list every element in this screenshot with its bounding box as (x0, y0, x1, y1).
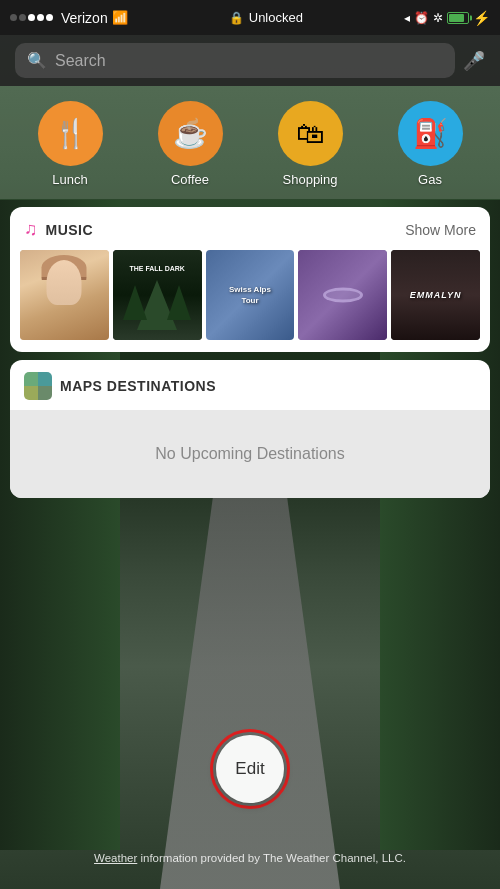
shopping-icon: 🛍 (296, 117, 324, 150)
carrier-label: Verizon (61, 10, 108, 26)
signal-dot-5 (46, 14, 53, 21)
alarm-icon: ⏰ (414, 11, 429, 25)
coffee-circle: ☕ (158, 101, 223, 166)
edit-button-label: Edit (235, 759, 264, 779)
coffee-label: Coffee (171, 172, 209, 187)
shopping-circle: 🛍 (278, 101, 343, 166)
status-bar: Verizon 📶 🔒 Unlocked ◂ ⏰ ✲ ⚡ (0, 0, 500, 35)
gas-label: Gas (418, 172, 442, 187)
maps-icon-q4 (38, 386, 52, 400)
album-cover-5[interactable]: EMMALYN (391, 250, 480, 340)
lunch-icon: 🍴 (53, 117, 88, 150)
lunch-label: Lunch (52, 172, 87, 187)
gas-circle: ⛽ (398, 101, 463, 166)
music-card-header: ♫ MUSIC Show More (10, 207, 490, 250)
gas-icon: ⛽ (413, 117, 448, 150)
coffee-icon: ☕ (173, 117, 208, 150)
maps-card-header: MAPS DESTINATIONS (10, 360, 490, 410)
maps-app-icon (24, 372, 52, 400)
album-cover-3[interactable]: Swiss AlpsTour (206, 250, 295, 340)
status-center: 🔒 Unlocked (229, 10, 303, 25)
bluetooth-icon: ✲ (433, 11, 443, 25)
album-cover-1[interactable] (20, 250, 109, 340)
album-cover-4[interactable] (298, 250, 387, 340)
location-icon: ◂ (404, 11, 410, 25)
lunch-circle: 🍴 (38, 101, 103, 166)
locked-label: Unlocked (249, 10, 303, 25)
maps-card: MAPS DESTINATIONS No Upcoming Destinatio… (10, 360, 490, 498)
music-albums-row: THE FALL DARK Swiss AlpsTour (10, 250, 490, 352)
signal-dot-2 (19, 14, 26, 21)
microphone-icon[interactable]: 🎤 (463, 50, 485, 72)
edit-area: Edit (210, 729, 290, 809)
album-cover-2[interactable]: THE FALL DARK (113, 250, 202, 340)
footer-attribution: Weather information provided by The Weat… (0, 852, 500, 864)
action-coffee[interactable]: ☕ Coffee (158, 101, 223, 187)
search-bar[interactable]: 🔍 Search 🎤 (0, 35, 500, 86)
music-section-title: MUSIC (46, 222, 94, 238)
show-more-button[interactable]: Show More (405, 222, 476, 238)
music-card: ♫ MUSIC Show More THE FALL DARK (10, 207, 490, 352)
signal-dot-1 (10, 14, 17, 21)
action-lunch[interactable]: 🍴 Lunch (38, 101, 103, 187)
signal-dot-3 (28, 14, 35, 21)
battery-indicator (447, 12, 469, 24)
maps-icon-q3 (24, 386, 38, 400)
lock-icon: 🔒 (229, 11, 244, 25)
signal-dot-4 (37, 14, 44, 21)
footer-suffix: information provided by The Weather Chan… (137, 852, 406, 864)
weather-link[interactable]: Weather (94, 852, 137, 864)
action-gas[interactable]: ⛽ Gas (398, 101, 463, 187)
edit-button-ring: Edit (210, 729, 290, 809)
no-destinations-text: No Upcoming Destinations (155, 445, 344, 462)
search-placeholder: Search (55, 52, 106, 70)
search-input-container[interactable]: 🔍 Search (15, 43, 455, 78)
signal-dots (10, 14, 53, 21)
action-shopping[interactable]: 🛍 Shopping (278, 101, 343, 187)
maps-icon-q2 (38, 372, 52, 386)
maps-destinations-body: No Upcoming Destinations (10, 410, 490, 498)
charging-icon: ⚡ (473, 10, 490, 26)
status-right: ◂ ⏰ ✲ ⚡ (404, 10, 490, 26)
quick-actions-row: 🍴 Lunch ☕ Coffee 🛍 Shopping ⛽ Gas (0, 86, 500, 199)
shopping-label: Shopping (283, 172, 338, 187)
edit-button[interactable]: Edit (216, 735, 284, 803)
maps-icon-q1 (24, 372, 38, 386)
status-left: Verizon 📶 (10, 10, 128, 26)
music-note-icon: ♫ (24, 219, 38, 240)
wifi-icon: 📶 (112, 10, 128, 25)
maps-section-title: MAPS DESTINATIONS (60, 378, 216, 394)
music-title-row: ♫ MUSIC (24, 219, 93, 240)
battery-fill (449, 14, 464, 22)
search-icon: 🔍 (27, 51, 47, 70)
